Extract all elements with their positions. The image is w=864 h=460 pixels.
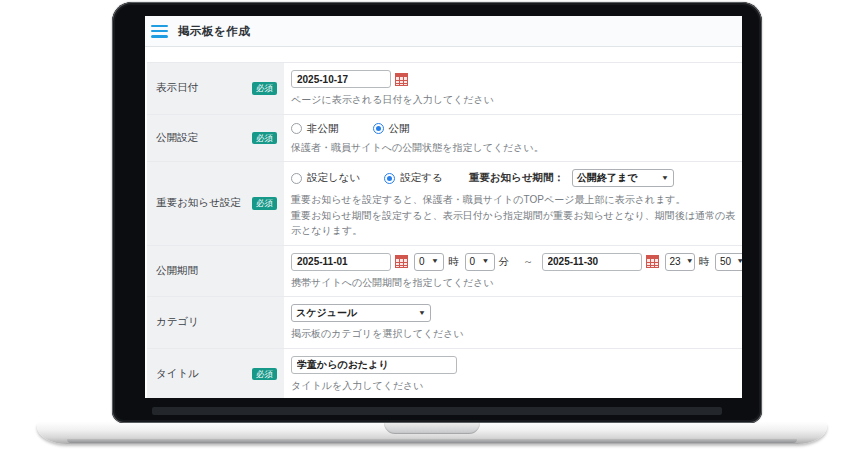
create-board-form: 表示日付 必須 ページに表示される日付を入力してください bbox=[145, 47, 742, 398]
notice-period-label: 重要お知らせ期間： bbox=[469, 171, 564, 185]
title-label-cell: タイトル 必須 bbox=[147, 349, 284, 399]
hour-unit: 時 bbox=[448, 255, 459, 269]
start-hour-select[interactable]: 0 ▼ bbox=[414, 253, 444, 271]
app-header: 掲示板を作成 bbox=[145, 16, 742, 47]
row-display-date: 表示日付 必須 ページに表示される日付を入力してください bbox=[147, 63, 742, 115]
radio-checked-icon[interactable] bbox=[373, 123, 384, 134]
selected-value: 0 bbox=[470, 256, 476, 267]
row-publish-setting: 公開設定 必須 非公開 公開 bbox=[147, 115, 742, 163]
field-label: タイトル bbox=[156, 367, 199, 381]
selected-value: 0 bbox=[419, 256, 425, 267]
period-start-date-input[interactable] bbox=[291, 253, 391, 271]
chevron-down-icon: ▼ bbox=[418, 309, 426, 316]
radio-icon[interactable] bbox=[291, 173, 302, 184]
field-help: 携帯サイトへの公開期間を指定してください bbox=[291, 275, 742, 291]
row-publish-period: 公開期間 0 ▼ 時 bbox=[147, 246, 742, 298]
title-content: タイトルを入力してください bbox=[289, 349, 742, 399]
start-minute-select[interactable]: 0 ▼ bbox=[465, 253, 495, 271]
row-category: カテゴリ スケジュール ▼ 掲示板のカテゴリを選択してください bbox=[147, 297, 742, 349]
chevron-down-icon: ▼ bbox=[736, 258, 742, 265]
selected-value: 50 bbox=[720, 256, 731, 267]
title-input[interactable] bbox=[291, 356, 457, 374]
radio-label: 設定する bbox=[400, 171, 443, 185]
radio-label: 設定しない bbox=[307, 171, 360, 185]
field-help: 重要お知らせ期間を設定すると、表示日付から指定期間が重要お知らせとなり、期間後は… bbox=[291, 208, 736, 239]
calendar-icon[interactable] bbox=[395, 255, 408, 268]
field-help: ページに表示される日付を入力してください bbox=[291, 92, 736, 108]
display-date-input[interactable] bbox=[291, 70, 391, 88]
category-content: スケジュール ▼ 掲示板のカテゴリを選択してください bbox=[289, 297, 742, 348]
radio-notice-off[interactable]: 設定しない bbox=[291, 171, 360, 185]
notice-period-select[interactable]: 公開終了まで ▼ bbox=[572, 169, 674, 187]
category-select[interactable]: スケジュール ▼ bbox=[291, 304, 431, 322]
form-table: 表示日付 必須 ページに表示される日付を入力してください bbox=[147, 62, 742, 398]
selected-value: 23 bbox=[670, 256, 681, 267]
display-date-label-cell: 表示日付 必須 bbox=[147, 63, 284, 114]
selected-value: スケジュール bbox=[296, 306, 357, 320]
category-label-cell: カテゴリ bbox=[147, 297, 284, 348]
page-title: 掲示板を作成 bbox=[178, 24, 250, 39]
chevron-down-icon: ▼ bbox=[661, 174, 669, 181]
field-help: 掲示板のカテゴリを選択してください bbox=[291, 326, 736, 342]
important-notice-label-cell: 重要お知らせ設定 必須 bbox=[147, 162, 284, 245]
chevron-down-icon: ▼ bbox=[482, 258, 490, 265]
laptop-base-rim bbox=[67, 439, 797, 443]
range-separator: ～ bbox=[523, 255, 534, 269]
chevron-down-icon: ▼ bbox=[686, 258, 694, 265]
laptop-notch bbox=[384, 423, 480, 434]
radio-label: 公開 bbox=[389, 122, 410, 136]
radio-private[interactable]: 非公開 bbox=[291, 122, 339, 136]
publish-period-label-cell: 公開期間 bbox=[147, 246, 284, 297]
radio-checked-icon[interactable] bbox=[384, 173, 395, 184]
field-label: 重要お知らせ設定 bbox=[156, 196, 241, 210]
required-badge: 必須 bbox=[252, 368, 277, 381]
end-hour-select[interactable]: 23 ▼ bbox=[665, 253, 695, 271]
publish-setting-content: 非公開 公開 保護者・職員サイトへの公開状態を指定してください。 bbox=[289, 115, 742, 162]
hour-unit: 時 bbox=[699, 255, 710, 269]
field-help: 保護者・職員サイトへの公開状態を指定してください。 bbox=[291, 140, 736, 156]
publish-period-content: 0 ▼ 時 0 ▼ 分 ～ bbox=[289, 246, 742, 297]
field-help: 重要お知らせを設定すると、保護者・職員サイトのTOPページ最上部に表示されます。 bbox=[291, 192, 736, 208]
chevron-down-icon: ▼ bbox=[431, 258, 439, 265]
selected-value: 公開終了まで bbox=[577, 171, 637, 185]
row-title: タイトル 必須 タイトルを入力してください bbox=[147, 349, 742, 399]
laptop-hinge bbox=[152, 407, 722, 415]
calendar-icon[interactable] bbox=[395, 73, 408, 86]
field-label: 公開設定 bbox=[156, 131, 198, 145]
publish-setting-label-cell: 公開設定 必須 bbox=[147, 115, 284, 162]
field-label: 表示日付 bbox=[156, 81, 198, 95]
laptop-mockup: 掲示板を作成 表示日付 必須 bbox=[0, 0, 864, 460]
period-end-date-input[interactable] bbox=[542, 253, 642, 271]
radio-public[interactable]: 公開 bbox=[373, 122, 410, 136]
radio-icon[interactable] bbox=[291, 123, 302, 134]
minute-unit: 分 bbox=[499, 255, 510, 269]
required-badge: 必須 bbox=[252, 132, 277, 145]
radio-notice-on[interactable]: 設定する bbox=[384, 171, 443, 185]
laptop-base bbox=[37, 423, 827, 444]
required-badge: 必須 bbox=[252, 82, 277, 95]
laptop-screen: 掲示板を作成 表示日付 必須 bbox=[145, 16, 742, 398]
field-help: タイトルを入力してください bbox=[291, 378, 736, 394]
menu-icon[interactable] bbox=[151, 25, 168, 38]
field-label: 公開期間 bbox=[156, 264, 198, 278]
row-important-notice: 重要お知らせ設定 必須 設定しない 設定する bbox=[147, 162, 742, 246]
required-badge: 必須 bbox=[252, 197, 277, 210]
radio-label: 非公開 bbox=[307, 122, 339, 136]
calendar-icon[interactable] bbox=[646, 255, 659, 268]
end-minute-select[interactable]: 50 ▼ bbox=[715, 253, 742, 271]
important-notice-content: 設定しない 設定する 重要お知らせ期間： 公開終了まで ▼ bbox=[289, 162, 742, 245]
field-label: カテゴリ bbox=[156, 315, 199, 329]
display-date-content: ページに表示される日付を入力してください bbox=[289, 63, 742, 114]
